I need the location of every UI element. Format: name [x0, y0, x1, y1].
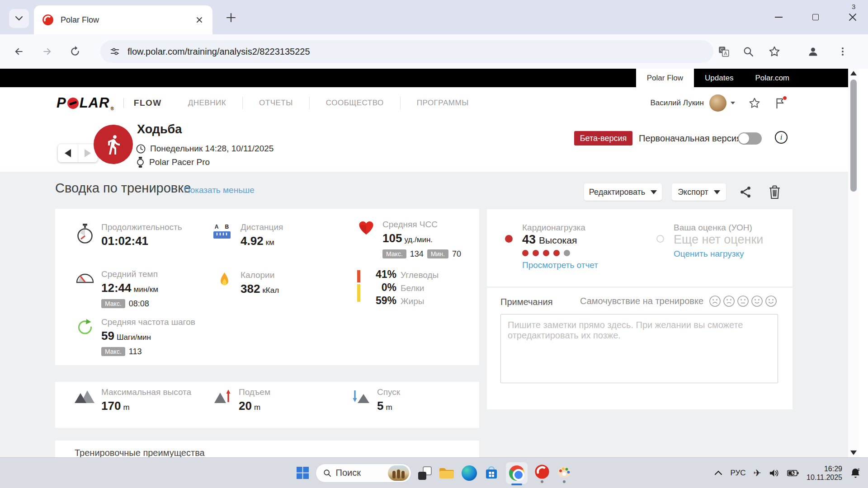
paint-app-button[interactable]: [557, 464, 572, 482]
site-settings-icon[interactable]: [109, 46, 120, 57]
stat-ascent: Подъем 20m: [212, 387, 270, 413]
browser-menu-button[interactable]: [836, 45, 849, 58]
reload-icon: [69, 46, 81, 57]
view-report-link[interactable]: Просмотреть отчет: [522, 260, 598, 270]
notification-bell-icon[interactable]: z: [850, 467, 861, 479]
tab-search-button[interactable]: [9, 9, 29, 28]
polar-logo[interactable]: PLAR®: [57, 95, 114, 111]
delete-button[interactable]: [769, 185, 782, 200]
search-highlight-image[interactable]: [388, 465, 409, 481]
sport-badge: [94, 125, 133, 164]
tray-chevron-icon[interactable]: [714, 470, 722, 475]
user-name[interactable]: Василий Лукин: [650, 99, 704, 108]
browser-tab[interactable]: Polar Flow: [34, 5, 212, 34]
nav-item-diary[interactable]: ДНЕВНИК: [172, 97, 242, 109]
forward-button[interactable]: [41, 45, 53, 58]
share-button[interactable]: [739, 185, 752, 200]
battery-icon[interactable]: [787, 470, 799, 476]
page-scrollbar[interactable]: [848, 69, 859, 457]
nav-item-reports[interactable]: ОТЧЕТЫ: [242, 97, 309, 109]
edge-browser-button[interactable]: [462, 465, 477, 481]
stat-calories: Калории 382кКал: [213, 270, 279, 296]
min-badge: Мин.: [427, 249, 448, 258]
altitude-card: Максимальная высота 170m: [55, 382, 479, 428]
nav-flow-label[interactable]: FLOW: [123, 98, 162, 108]
site-tab-polar-com[interactable]: Polar.com: [744, 69, 800, 87]
tray-clock[interactable]: 16:29 10.11.2025: [807, 465, 842, 482]
keyboard-language[interactable]: РУС: [730, 469, 745, 478]
tray-time: 16:29: [807, 465, 842, 473]
close-icon: [849, 13, 857, 21]
stat-duration: Продолжительность 01:02:41: [74, 222, 182, 248]
feeling-great-icon[interactable]: [765, 295, 777, 307]
notes-label: Примечания: [500, 297, 552, 307]
site-tab-updates[interactable]: Updates: [694, 69, 744, 87]
stopwatch-icon: [74, 222, 96, 248]
chevron-down-icon: [15, 16, 23, 21]
reload-button[interactable]: [69, 45, 81, 58]
scrollbar-thumb[interactable]: [850, 80, 857, 192]
polar-nav-bar: PLAR® FLOW ДНЕВНИК ОТЧЕТЫ СООБЩЕСТВО ПРО…: [0, 87, 848, 119]
meerkat-figure: [401, 471, 405, 479]
rating-empty-dot-icon: [656, 235, 664, 243]
previous-session-button[interactable]: [58, 144, 78, 162]
clock-icon: [136, 144, 146, 154]
taskbar: Поиск: [0, 457, 868, 488]
cardio-load-value: 43: [522, 233, 536, 246]
notifications-flag[interactable]: [774, 97, 786, 109]
stat-cadence: Средняя частота шагов 59Шаги/мин Макс. 1…: [74, 317, 195, 357]
feeling-good-icon[interactable]: [751, 295, 763, 307]
volume-icon[interactable]: [769, 469, 779, 478]
taskbar-search[interactable]: Поиск: [316, 464, 411, 483]
close-button[interactable]: [840, 8, 865, 26]
microsoft-store-button[interactable]: [484, 465, 499, 481]
feeling-bad-icon[interactable]: [723, 295, 735, 307]
bookmark-button[interactable]: [768, 45, 781, 58]
feeling-very-bad-icon[interactable]: [709, 295, 721, 307]
nav-item-community[interactable]: СООБЩЕСТВО: [309, 97, 400, 109]
scroll-down-icon[interactable]: [850, 450, 857, 455]
stat-max-altitude: Максимальная высота 170m: [74, 387, 191, 413]
new-tab-icon[interactable]: [225, 12, 237, 23]
feeling-neutral-icon[interactable]: [737, 295, 749, 307]
load-dot: [564, 250, 570, 256]
info-icon[interactable]: i: [775, 131, 788, 144]
notes-card: Примечания Самочувствие на тренировке: [487, 288, 793, 409]
original-version-toggle[interactable]: [738, 132, 762, 145]
notes-textarea[interactable]: [500, 314, 778, 383]
walking-icon: [103, 134, 124, 155]
nav-links: ДНЕВНИК ОТЧЕТЫ СООБЩЕСТВО ПРОГРАММЫ: [172, 97, 485, 109]
start-button[interactable]: [297, 467, 309, 479]
chrome-button-active[interactable]: [506, 462, 528, 484]
scroll-up-icon[interactable]: [850, 71, 857, 75]
beta-badge: Бета-версия: [574, 131, 632, 145]
trash-icon: [769, 185, 781, 199]
airplane-mode-icon[interactable]: ✈: [754, 468, 762, 479]
zoom-button[interactable]: [742, 45, 755, 58]
star-icon: [769, 46, 780, 57]
profile-button[interactable]: [807, 45, 819, 58]
back-button[interactable]: [13, 45, 25, 58]
user-avatar[interactable]: [709, 94, 726, 112]
nav-item-programs[interactable]: ПРОГРАММЫ: [400, 97, 485, 109]
url-bar[interactable]: flow.polar.com/training/analysis2/822313…: [100, 40, 713, 63]
rate-load-link[interactable]: Оценить нагрузку: [674, 249, 744, 259]
user-menu-caret-icon[interactable]: [731, 102, 735, 104]
site-tab-polar-flow[interactable]: Polar Flow: [636, 69, 694, 87]
edit-button[interactable]: Редактировать: [584, 183, 662, 201]
polar-flow-app-button[interactable]: [534, 464, 550, 482]
minimize-button[interactable]: [766, 8, 791, 26]
maximize-button[interactable]: [803, 8, 828, 26]
task-view-button[interactable]: [418, 466, 432, 480]
translate-button[interactable]: G A: [717, 45, 730, 58]
export-button[interactable]: Экспорт: [672, 183, 726, 201]
url-text[interactable]: flow.polar.com/training/analysis2/822313…: [127, 47, 310, 57]
paint-icon: [557, 464, 572, 479]
caret-down-icon: [714, 190, 720, 194]
tab-close-icon[interactable]: [194, 15, 204, 25]
activity-datetime: Понедельник 14:28, 10/11/2025: [150, 144, 274, 154]
favorites-star-icon[interactable]: [749, 97, 760, 109]
max-badge: Макс.: [101, 299, 125, 308]
file-explorer-button[interactable]: [439, 466, 455, 480]
show-less-link[interactable]: Показать меньше: [184, 185, 255, 195]
